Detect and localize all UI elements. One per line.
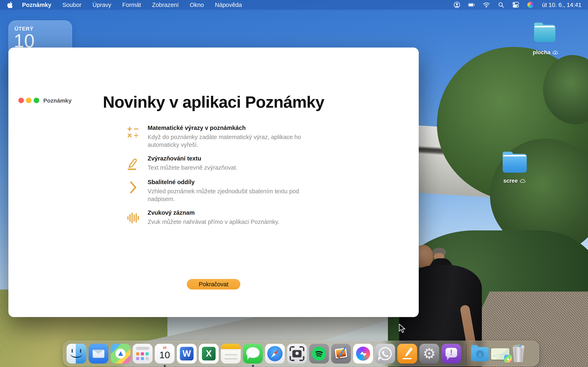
dock-icon-whatsapp[interactable] [375,344,395,364]
menu-item-soubor[interactable]: Soubor [62,2,81,8]
dock-icon-spotify[interactable] [309,344,329,364]
cloud-download-icon [552,50,558,55]
chevron-right-icon [126,181,139,194]
feature-description: Zvuk můžete nahrávat přímo v aplikaci Po… [148,218,303,226]
dock-icon-downloads-folder[interactable]: ↓ [471,347,489,361]
word-letter: W [180,347,194,360]
feature-row-audio: Zvukový záznam Zvuk můžete nahrávat přím… [126,209,303,226]
dock-icon-system-settings[interactable]: ⚙ [419,344,439,364]
desktop-folder-label[interactable]: scree [494,178,535,184]
dock-icon-finder[interactable] [67,344,86,364]
dock-icon-pixelmator[interactable] [331,344,351,364]
dock-icon-excel[interactable]: X [199,344,219,364]
mouse-cursor [398,324,407,333]
search-icon[interactable] [498,1,504,8]
maps-badge-icon [504,355,512,363]
phone-icon [380,349,390,359]
feature-title: Zvýrazňování textu [148,155,303,162]
user-account-icon[interactable] [453,1,460,8]
exclamation-mark: ! [450,348,453,357]
dock-icon-screenshot[interactable] [287,344,307,364]
siri-icon[interactable] [527,1,534,8]
continue-button[interactable]: Pokračovat [187,279,240,290]
dock: út 10 W X [63,341,539,366]
search-pill [136,347,149,350]
calendar-weekday: út [155,346,174,350]
highlighter-pencil-icon [126,157,139,170]
dock-icon-mail[interactable] [89,344,108,364]
running-indicator [252,365,254,367]
feature-title: Zvukový záznam [148,209,303,216]
feature-title: Sbalitelné oddíly [148,179,303,185]
feature-row-highlight: Zvýrazňování textu Text můžete barevně z… [126,155,303,171]
dock-icon-feedback-assistant[interactable]: ! [441,344,461,364]
gear-icon: ⚙ [423,346,436,361]
menu-item-upravy[interactable]: Úpravy [93,2,111,8]
menu-item-napoveda[interactable]: Nápověda [215,2,242,8]
menu-item-okno[interactable]: Okno [190,2,204,8]
dock-icon-safari[interactable] [265,344,285,364]
compass-needle-icon [267,346,283,361]
feature-description: Když do poznámky zadáte matematický výra… [148,133,303,149]
feature-row-collapse: Sbalitelné oddíly Vzhled poznámek můžete… [126,179,303,203]
calendar-day: 10 [155,350,174,360]
spotify-waves-icon [312,347,326,361]
control-center-icon[interactable] [512,1,519,8]
desktop-folder-label[interactable]: plocha [525,49,566,56]
cloud-icon [520,179,526,183]
dock-icon-maps[interactable] [111,344,130,364]
dock-divider [466,344,467,363]
dock-icon-notes[interactable] [221,344,241,364]
menu-item-zobrazeni[interactable]: Zobrazení [152,2,179,8]
times-glyph: × [126,132,133,139]
divide-glyph: ÷ [133,132,139,139]
dock-minimized-maps-window[interactable] [491,348,509,360]
desktop-folder-plocha[interactable] [534,25,555,42]
excel-letter: X [202,347,216,360]
feature-description: Vzhled poznámek můžete zjednodušit sbale… [148,187,303,203]
dock-icon-pages[interactable] [397,344,417,364]
desktop-folder-scree[interactable] [503,154,527,173]
feature-title: Matematické výrazy v poznámkách [148,125,303,131]
notes-whats-new-window: Poznámky Novinky v aplikaci Poznámky + −… [8,48,419,317]
audio-waveform-icon [126,211,139,225]
menu-item-app[interactable]: Poznámky [22,2,51,8]
dock-icon-messages[interactable] [243,344,263,364]
dock-icon-trash[interactable] [512,345,525,362]
dock-icon-calendar[interactable]: út 10 [155,344,174,364]
wifi-icon[interactable] [483,1,490,8]
math-operators-icon: + − × ÷ [126,126,139,139]
page-title: Novinky v aplikaci Poznámky [8,93,419,111]
dock-icon-launchpad[interactable] [133,344,153,364]
dock-icon-messenger[interactable] [353,344,373,364]
running-indicator [164,365,165,367]
dock-icon-word[interactable]: W [177,344,197,364]
pen-icon [400,346,415,361]
folder-label-text: plocha [533,49,550,56]
feature-description: Text můžete barevně zvýrazňovat. [148,164,303,171]
menu-item-format[interactable]: Formát [122,2,141,8]
apple-logo-icon[interactable] [7,1,13,8]
download-arrow-icon: ↓ [479,351,481,358]
feature-row-math: + − × ÷ Matematické výrazy v poznámkách … [126,125,303,149]
navigation-arrow-icon [118,351,123,356]
folder-label-text: scree [503,178,518,184]
menu-bar-clock[interactable]: út 10. 6., 14:41 [542,2,581,8]
menu-bar: Poznámky Soubor Úpravy Formát Zobrazení … [0,0,588,10]
battery-icon[interactable] [468,1,475,8]
